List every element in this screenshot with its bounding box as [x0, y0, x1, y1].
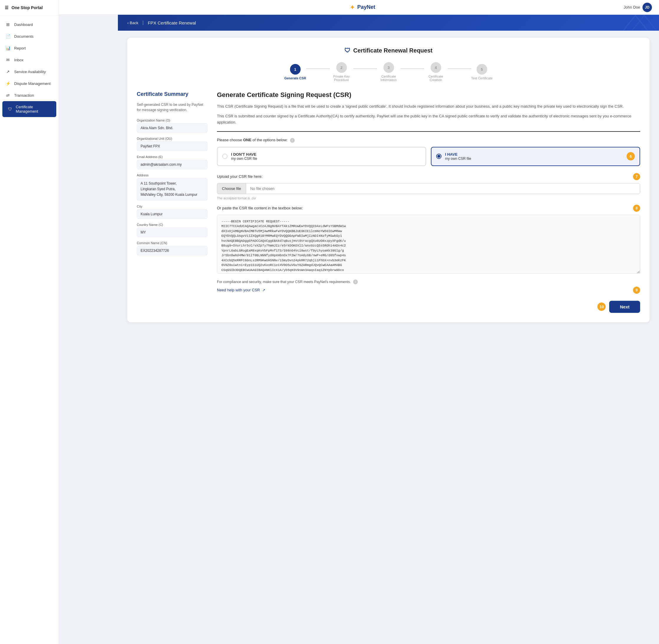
- radio-have: [436, 154, 442, 159]
- sidebar-item-report[interactable]: 📊 Report: [0, 42, 58, 54]
- field-cn: Common Name (CN) EX202234287726: [137, 241, 208, 255]
- csr-main-panel: Generate Certificate Signing Request (CS…: [217, 91, 640, 313]
- service-icon: ↗: [5, 69, 10, 74]
- sidebar-nav: ⊞ Dashboard 📄 Documents 📊 Report ✉ Inbox…: [0, 16, 58, 120]
- step-4-circle: 4: [430, 62, 441, 73]
- field-country-label: Country Name (C): [137, 223, 208, 227]
- field-email-label: Email Address (E): [137, 155, 208, 159]
- sidebar-item-documents[interactable]: 📄 Documents: [0, 30, 58, 42]
- step-2: 2 Private Key Procedure: [330, 62, 353, 82]
- file-upload-row: Choose file: [217, 183, 640, 194]
- sidebar-item-label: Transaction: [14, 93, 34, 98]
- sidebar-item-inbox[interactable]: ✉ Inbox: [0, 54, 58, 66]
- sidebar-item-service-availability[interactable]: ↗ Service Availability: [0, 66, 58, 77]
- help-link[interactable]: Need help with your CSR: [217, 288, 260, 292]
- field-address-value: A 11 Southpoint Tower, Lingkaran Syed Pu…: [137, 178, 208, 201]
- topbar-user: John Doe JD: [623, 3, 652, 12]
- portal-name: One Stop Portal: [11, 5, 43, 10]
- csr-option-have[interactable]: I HAVE my own CSR file 6: [431, 147, 640, 166]
- section-divider: [217, 131, 640, 132]
- file-name-input[interactable]: [246, 183, 640, 194]
- sidebar-item-certificate-management[interactable]: 🛡 Certificate Management: [2, 101, 56, 117]
- step-2-circle: 2: [336, 62, 347, 73]
- back-arrow-icon: ‹: [127, 21, 128, 25]
- step-line-3: [401, 68, 424, 69]
- paynet-star: ✦: [350, 4, 355, 11]
- dispute-icon: ⚡: [5, 81, 10, 86]
- field-ou: Organizational Unit (OU) PayNet FPX: [137, 137, 208, 151]
- step-1-circle: 1: [290, 64, 301, 75]
- sidebar-item-dashboard[interactable]: ⊞ Dashboard: [0, 19, 58, 30]
- option-badge-6: 6: [627, 152, 635, 160]
- step-5: 5 Test Certificate: [471, 64, 493, 80]
- sidebar-item-transaction[interactable]: ⇄ Transaction: [0, 89, 58, 101]
- report-icon: 📊: [5, 46, 10, 50]
- step-4: 4 Certificate Creation: [424, 62, 448, 82]
- header-divider: |: [142, 20, 143, 25]
- dashboard-icon: ⊞: [5, 22, 10, 27]
- sidebar-item-label: Report: [14, 46, 26, 50]
- stepper: 1 Generate CSR 2 Private Key Procedure 3…: [137, 62, 640, 82]
- paste-badge-8: 8: [633, 205, 640, 212]
- sidebar-item-label: Service Availability: [14, 70, 46, 74]
- sidebar: ☰ One Stop Portal ⊞ Dashboard 📄 Document…: [0, 0, 59, 644]
- field-email: Email Address (E) admin@akraalam.com.my: [137, 155, 208, 169]
- back-button[interactable]: ‹ Back: [127, 21, 138, 25]
- choose-file-button[interactable]: Choose file: [217, 183, 246, 194]
- field-ou-label: Organizational Unit (OU): [137, 137, 208, 140]
- next-button[interactable]: Next: [609, 301, 640, 313]
- sidebar-header: ☰ One Stop Portal: [0, 0, 58, 16]
- card-title-text: Certificate Renewal Request: [353, 47, 433, 54]
- field-org-name-label: Organization Name (O): [137, 118, 208, 122]
- external-link-icon: ↗: [262, 288, 265, 292]
- page-title: FPX Certificate Renewal: [148, 20, 196, 25]
- field-country: Country Name (C) MY: [137, 223, 208, 237]
- radio-no: [222, 154, 228, 159]
- sidebar-item-label: Dashboard: [14, 22, 33, 27]
- step-3: 3 Certificate Information: [377, 62, 401, 82]
- radio-have-inner: [438, 155, 440, 158]
- field-city-value: Kuala Lumpur: [137, 209, 208, 219]
- topbar: ✦ PayNet John Doe JD: [59, 0, 659, 15]
- sidebar-item-dispute-management[interactable]: ⚡ Dispute Management: [0, 77, 58, 89]
- field-email-value: admin@akraalam.com.my: [137, 160, 208, 169]
- transaction-icon: ⇄: [5, 93, 10, 98]
- footer-actions: 10 Next: [217, 301, 640, 313]
- step-3-label: Certificate Information: [377, 75, 401, 82]
- field-ou-value: PayNet FPX: [137, 141, 208, 151]
- user-avatar: JD: [642, 3, 652, 12]
- step-line-4: [448, 68, 471, 69]
- field-cn-value: EX202234287726: [137, 246, 208, 255]
- help-link-row: Need help with your CSR ↗ 9: [217, 286, 640, 294]
- main-heading: Generate Certificate Signing Request (CS…: [217, 91, 640, 99]
- field-address: Address A 11 Southpoint Tower, Lingkaran…: [137, 174, 208, 201]
- step-5-circle: 5: [476, 64, 487, 75]
- page-header-bg: ‹ Back | FPX Certificate Renewal: [118, 15, 659, 31]
- choose-info-icon[interactable]: i: [290, 138, 295, 143]
- field-country-value: MY: [137, 228, 208, 237]
- upload-section-label: Upload your CSR file here: 7: [217, 173, 640, 180]
- cert-summary-panel: Certificate Summary Self-generated CSR t…: [137, 91, 208, 313]
- back-label: Back: [130, 21, 138, 25]
- csr-have-text: I HAVE my own CSR file: [445, 152, 471, 161]
- hamburger-icon[interactable]: ☰: [5, 5, 8, 10]
- field-city-label: City: [137, 205, 208, 208]
- csr-option-no[interactable]: I DON'T HAVE my own CSR file: [217, 147, 426, 166]
- step-2-label: Private Key Procedure: [330, 75, 353, 82]
- csr-no-text: I DON'T HAVE my own CSR file: [231, 152, 257, 161]
- user-name: John Doe: [623, 5, 640, 9]
- compliance-info-icon[interactable]: i: [353, 279, 358, 284]
- cert-summary-desc: Self-generated CSR to be used by PayNet …: [137, 102, 208, 113]
- field-city: City Kuala Lumpur: [137, 205, 208, 219]
- step-1-label: Generate CSR: [284, 76, 306, 80]
- step-3-circle: 3: [383, 62, 394, 73]
- upload-badge-7: 7: [633, 173, 640, 180]
- paste-section-label: Or paste the CSR file content in the tex…: [217, 205, 640, 212]
- csr-textarea[interactable]: -----BEGIN CERTIFICATE REQUEST----- MIIC…: [217, 215, 640, 274]
- card-title: 🛡 Certificate Renewal Request: [137, 47, 640, 54]
- paynet-name: PayNet: [357, 4, 375, 10]
- step-line-2: [353, 68, 377, 69]
- field-org-name: Organization Name (O) Akra Alam Sdn. Bhd…: [137, 118, 208, 133]
- main-desc-2: This CSR is submitted and counter signed…: [217, 113, 640, 125]
- help-badge-9: 9: [633, 286, 640, 294]
